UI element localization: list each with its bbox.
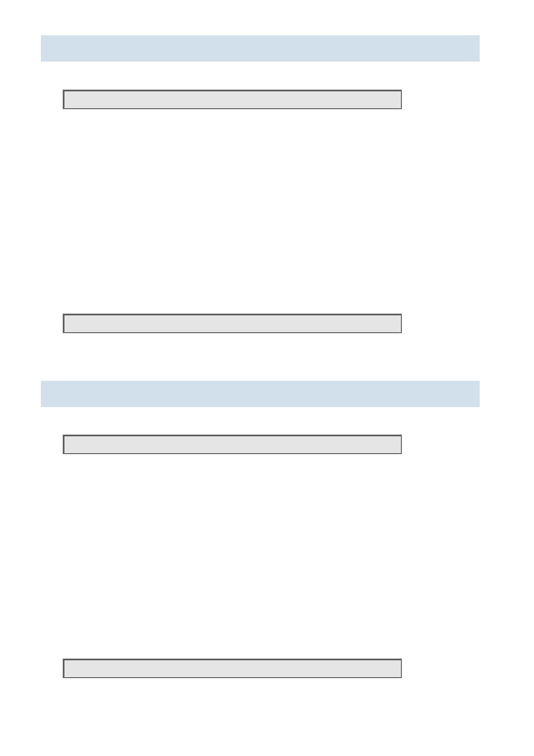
input-field-2-2[interactable] bbox=[63, 659, 402, 678]
page bbox=[0, 0, 534, 756]
section-header-1 bbox=[41, 35, 480, 62]
input-field-1-1[interactable] bbox=[63, 90, 402, 109]
section-header-2 bbox=[41, 381, 480, 407]
input-field-2-1[interactable] bbox=[63, 435, 402, 454]
input-field-1-2[interactable] bbox=[63, 314, 402, 333]
